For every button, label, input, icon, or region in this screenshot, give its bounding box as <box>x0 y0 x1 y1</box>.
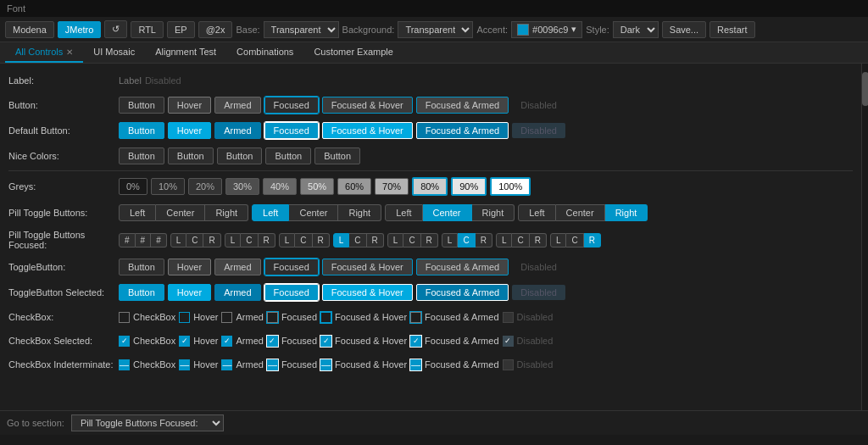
chks-focused-hover[interactable]: ✓ Focused & Hover <box>320 336 407 347</box>
btn-normal[interactable]: Button <box>119 97 164 114</box>
chki-focused-hover[interactable]: — Focused & Hover <box>320 359 407 370</box>
tsbtn-focused[interactable]: Focused <box>264 284 319 301</box>
btn-focused[interactable]: Focused <box>264 97 319 114</box>
dbtn-hover[interactable]: Hover <box>168 122 211 139</box>
tbtn-normal[interactable]: Button <box>119 259 164 275</box>
pill1-left[interactable]: Left <box>119 204 156 221</box>
grey-70[interactable]: 70% <box>375 178 409 195</box>
spill4-c[interactable]: C <box>295 233 312 248</box>
spill9-r[interactable]: R <box>584 233 601 248</box>
pill1-right[interactable]: Right <box>205 204 248 221</box>
dbtn-focused[interactable]: Focused <box>264 122 319 139</box>
grey-100[interactable]: 100% <box>490 177 531 196</box>
btn-armed[interactable]: Armed <box>214 97 260 114</box>
tab-all-controls[interactable]: All Controls ✕ <box>5 42 83 63</box>
spill2-r[interactable]: R <box>203 233 220 248</box>
spill5-l[interactable]: L <box>333 233 350 248</box>
tsbtn-focused-hover[interactable]: Focused & Hover <box>322 284 413 301</box>
nice-btn-3[interactable]: Button <box>217 147 263 164</box>
spill3-l[interactable]: L <box>225 233 242 248</box>
tab-alignment-test[interactable]: Alignment Test <box>145 42 226 63</box>
x2-btn[interactable]: @2x <box>198 21 233 38</box>
spill7-l[interactable]: L <box>442 233 459 248</box>
spill3-r[interactable]: R <box>259 233 275 248</box>
tsbtn-normal[interactable]: Button <box>119 284 164 301</box>
dbtn-focused-armed[interactable]: Focused & Armed <box>416 122 509 139</box>
spill7-c[interactable]: C <box>458 233 475 248</box>
chks-armed[interactable]: ✓ Armed <box>221 336 263 347</box>
accent-box[interactable]: #0096c9 ▾ <box>511 21 582 38</box>
grey-20[interactable]: 20% <box>188 178 222 195</box>
style-select[interactable]: Dark <box>613 21 659 38</box>
btn-focused-armed[interactable]: Focused & Armed <box>416 97 509 114</box>
spill8-r[interactable]: R <box>530 233 547 248</box>
spill3-c[interactable]: C <box>241 233 258 248</box>
chki-hover[interactable]: — Hover <box>179 359 218 370</box>
tbtn-focused-armed[interactable]: Focused & Armed <box>416 259 509 275</box>
scrollbar[interactable] <box>861 64 868 410</box>
grey-60[interactable]: 60% <box>337 178 371 195</box>
btn-focused-hover[interactable]: Focused & Hover <box>322 97 413 114</box>
spill9-l[interactable]: L <box>550 233 567 248</box>
tbtn-hover[interactable]: Hover <box>168 259 211 275</box>
nice-btn-5[interactable]: Button <box>314 147 360 164</box>
tab-combinations[interactable]: Combinations <box>226 42 303 63</box>
chk-focused[interactable]: Focused <box>267 312 317 323</box>
pill2-center[interactable]: Center <box>289 204 338 221</box>
pill4-right[interactable]: Right <box>605 204 648 221</box>
chks-focused-armed[interactable]: ✓ Focused & Armed <box>410 336 498 347</box>
spill1-r[interactable]: # <box>151 233 167 248</box>
spill6-c[interactable]: C <box>403 233 420 248</box>
nice-btn-1[interactable]: Button <box>119 147 164 164</box>
chk-focused-hover[interactable]: Focused & Hover <box>320 312 407 323</box>
btn-hover[interactable]: Hover <box>168 97 211 114</box>
chks-focused[interactable]: ✓ Focused <box>267 336 317 347</box>
rtl-btn[interactable]: RTL <box>131 21 164 38</box>
bg-select[interactable]: Transparent <box>398 21 473 38</box>
tab-ui-mosaic[interactable]: UI Mosaic <box>83 42 145 63</box>
base-select[interactable]: Transparent <box>264 21 339 38</box>
pill4-center[interactable]: Center <box>556 204 605 221</box>
tab-all-controls-close[interactable]: ✕ <box>66 47 73 57</box>
spill1-l[interactable]: # <box>119 233 136 248</box>
grey-10[interactable]: 10% <box>151 178 185 195</box>
ep-btn[interactable]: EP <box>167 21 195 38</box>
grey-0[interactable]: 0% <box>119 178 147 195</box>
spill6-l[interactable]: L <box>387 233 404 248</box>
spill2-c[interactable]: C <box>186 233 203 248</box>
pill3-left[interactable]: Left <box>385 204 422 221</box>
spill4-r[interactable]: R <box>313 233 330 248</box>
spill6-r[interactable]: R <box>421 233 438 248</box>
spill5-r[interactable]: R <box>367 233 384 248</box>
chks-hover[interactable]: ✓ Hover <box>179 336 218 347</box>
chki-armed[interactable]: — Armed <box>221 359 263 370</box>
dbtn-normal[interactable]: Button <box>119 122 164 139</box>
nice-btn-4[interactable]: Button <box>265 147 311 164</box>
spill9-c[interactable]: C <box>566 233 583 248</box>
chk-focused-armed[interactable]: Focused & Armed <box>410 312 498 323</box>
dbtn-focused-hover[interactable]: Focused & Hover <box>322 122 413 139</box>
chk-hover[interactable]: Hover <box>179 312 218 323</box>
restart-btn[interactable]: Restart <box>709 21 754 38</box>
tbtn-focused[interactable]: Focused <box>264 259 319 275</box>
tsbtn-focused-armed[interactable]: Focused & Armed <box>416 284 509 301</box>
dbtn-armed[interactable]: Armed <box>214 122 260 139</box>
pill3-right[interactable]: Right <box>472 204 515 221</box>
grey-40[interactable]: 40% <box>263 178 297 195</box>
spill5-c[interactable]: C <box>349 233 366 248</box>
spill2-l[interactable]: L <box>170 233 187 248</box>
tbtn-focused-hover[interactable]: Focused & Hover <box>322 259 413 275</box>
chk-normal[interactable]: CheckBox <box>119 312 175 323</box>
grey-80[interactable]: 80% <box>412 177 448 196</box>
chki-normal[interactable]: — CheckBox <box>119 359 175 370</box>
grey-50[interactable]: 50% <box>300 178 334 195</box>
spill1-c[interactable]: # <box>136 233 152 248</box>
pill2-left[interactable]: Left <box>252 204 289 221</box>
spill8-c[interactable]: C <box>512 233 529 248</box>
theme-jmetro-btn[interactable]: JMetro <box>58 21 102 38</box>
tab-customer-example[interactable]: Customer Example <box>303 42 403 63</box>
save-btn[interactable]: Save... <box>662 21 706 38</box>
nice-btn-2[interactable]: Button <box>168 147 214 164</box>
spill8-l[interactable]: L <box>496 233 513 248</box>
spill7-r[interactable]: R <box>476 233 492 248</box>
